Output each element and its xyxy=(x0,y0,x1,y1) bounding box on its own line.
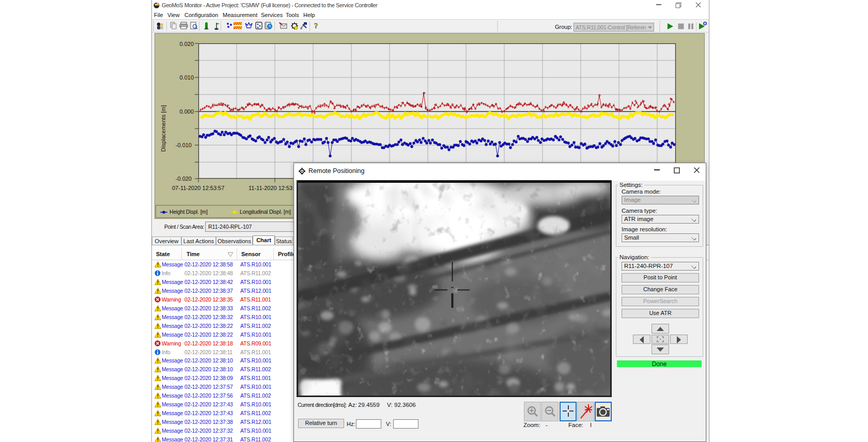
svg-text:?: ? xyxy=(314,22,318,30)
